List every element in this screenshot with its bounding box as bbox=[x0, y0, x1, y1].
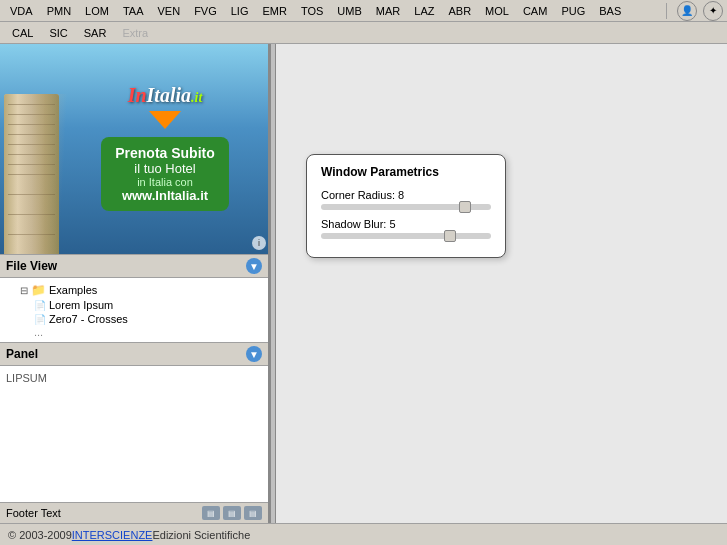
ad-green-box[interactable]: Prenota Subito il tuo Hotel in Italia co… bbox=[101, 137, 229, 211]
menu-item-cam[interactable]: CAM bbox=[517, 3, 553, 19]
file-view-header: File View ▼ bbox=[0, 254, 268, 278]
second-menu-bar: CAL SIC SAR Extra bbox=[0, 22, 727, 44]
interscienze-link[interactable]: INTERSCIENZE bbox=[72, 529, 153, 541]
ad-line3: in Italia con bbox=[115, 176, 215, 188]
menu-item-sar[interactable]: SAR bbox=[76, 25, 115, 41]
corner-radius-label: Corner Radius: 8 bbox=[321, 189, 491, 201]
menu-item-laz[interactable]: LAZ bbox=[408, 3, 440, 19]
tower-image bbox=[4, 94, 59, 254]
shadow-blur-label: Shadow Blur: 5 bbox=[321, 218, 491, 230]
menu-item-lig[interactable]: LIG bbox=[225, 3, 255, 19]
menu-item-extra[interactable]: Extra bbox=[114, 25, 156, 41]
ad-logo-it: .it bbox=[191, 90, 202, 105]
copyright-text: © 2003-2009 bbox=[8, 529, 72, 541]
file-tree-more: ... bbox=[6, 326, 262, 338]
footer-icon-2[interactable]: ▤ bbox=[223, 506, 241, 520]
file-icon: 📄 bbox=[34, 314, 46, 325]
ad-logo-in: In bbox=[128, 84, 147, 106]
file-tree-label: Zero7 - Crosses bbox=[49, 313, 128, 325]
footer-text: Footer Text bbox=[6, 507, 61, 519]
footer-icon-3[interactable]: ▤ bbox=[244, 506, 262, 520]
menu-item-sic[interactable]: SIC bbox=[41, 25, 75, 41]
menu-item-mol[interactable]: MOL bbox=[479, 3, 515, 19]
list-item[interactable]: 📄 Lorem Ipsum bbox=[6, 298, 262, 312]
ad-logo-italia: Italia bbox=[147, 84, 191, 106]
ad-line4: www.InItalia.it bbox=[115, 188, 215, 203]
settings-icon[interactable]: ✦ bbox=[703, 1, 723, 21]
user-icon[interactable]: 👤 bbox=[677, 1, 697, 21]
shadow-blur-row: Shadow Blur: 5 bbox=[321, 218, 491, 239]
status-bar: © 2003-2009 INTERSCIENZE Edizioni Scient… bbox=[0, 523, 727, 545]
expand-icon: ⊟ bbox=[20, 285, 28, 296]
menu-item-mar[interactable]: MAR bbox=[370, 3, 406, 19]
footer-icons: ▤ ▤ ▤ bbox=[202, 506, 262, 520]
menu-item-pmn[interactable]: PMN bbox=[41, 3, 77, 19]
file-view-title: File View bbox=[6, 259, 57, 273]
menu-item-tos[interactable]: TOS bbox=[295, 3, 329, 19]
panel-text: LIPSUM bbox=[6, 372, 47, 384]
footer-icon-1[interactable]: ▤ bbox=[202, 506, 220, 520]
panel-expand-icon[interactable]: ▼ bbox=[246, 346, 262, 362]
corner-radius-row: Corner Radius: 8 bbox=[321, 189, 491, 210]
menu-item-emr[interactable]: EMR bbox=[256, 3, 292, 19]
shadow-blur-thumb[interactable] bbox=[444, 230, 456, 242]
corner-radius-thumb[interactable] bbox=[459, 201, 471, 213]
file-tree-label: Lorem Ipsum bbox=[49, 299, 113, 311]
menu-item-umb[interactable]: UMB bbox=[331, 3, 367, 19]
menu-item-ven[interactable]: VEN bbox=[152, 3, 187, 19]
file-tree-label: Examples bbox=[49, 284, 97, 296]
ad-banner[interactable]: InItalia.it Prenota Subito il tuo Hotel … bbox=[0, 44, 270, 254]
ad-line1: Prenota Subito bbox=[115, 145, 215, 161]
menu-item-fvg[interactable]: FVG bbox=[188, 3, 223, 19]
menu-item-abr[interactable]: ABR bbox=[442, 3, 477, 19]
file-view-content: ⊟ 📁 Examples 📄 Lorem Ipsum 📄 Zero7 - Cro… bbox=[0, 278, 268, 342]
right-panel: Window Parametrics Corner Radius: 8 Shad… bbox=[276, 44, 727, 523]
ad-arrow-icon bbox=[149, 111, 181, 129]
parametrics-title: Window Parametrics bbox=[321, 165, 491, 179]
panel-header: Panel ▼ bbox=[0, 342, 268, 366]
after-link-text: Edizioni Scientifiche bbox=[152, 529, 250, 541]
center-panel: InItalia.it Prenota Subito il tuo Hotel … bbox=[0, 44, 270, 523]
shadow-blur-slider[interactable] bbox=[321, 233, 491, 239]
top-menu-bar: VDA PMN LOM TAA VEN FVG LIG EMR TOS UMB … bbox=[0, 0, 727, 22]
menu-item-bas[interactable]: BAS bbox=[593, 3, 627, 19]
menu-item-pug[interactable]: PUG bbox=[555, 3, 591, 19]
main-area: InItalia.it Prenota Subito il tuo Hotel … bbox=[0, 44, 727, 523]
list-item[interactable]: 📄 Zero7 - Crosses bbox=[6, 312, 262, 326]
menu-item-lom[interactable]: LOM bbox=[79, 3, 115, 19]
menu-item-taa[interactable]: TAA bbox=[117, 3, 150, 19]
parametrics-box: Window Parametrics Corner Radius: 8 Shad… bbox=[306, 154, 506, 258]
file-icon: 📄 bbox=[34, 300, 46, 311]
folder-icon: 📁 bbox=[31, 283, 46, 297]
menu-item-vda[interactable]: VDA bbox=[4, 3, 39, 19]
panel-title: Panel bbox=[6, 347, 38, 361]
ad-info-icon[interactable]: i bbox=[252, 236, 266, 250]
corner-radius-slider[interactable] bbox=[321, 204, 491, 210]
file-view-expand-icon[interactable]: ▼ bbox=[246, 258, 262, 274]
ad-line2: il tuo Hotel bbox=[115, 161, 215, 176]
footer-bar: Footer Text ▤ ▤ ▤ bbox=[0, 502, 268, 523]
menu-item-cal[interactable]: CAL bbox=[4, 25, 41, 41]
menu-divider bbox=[666, 3, 667, 19]
panel-content: LIPSUM bbox=[0, 366, 268, 502]
list-item[interactable]: ⊟ 📁 Examples bbox=[6, 282, 262, 298]
